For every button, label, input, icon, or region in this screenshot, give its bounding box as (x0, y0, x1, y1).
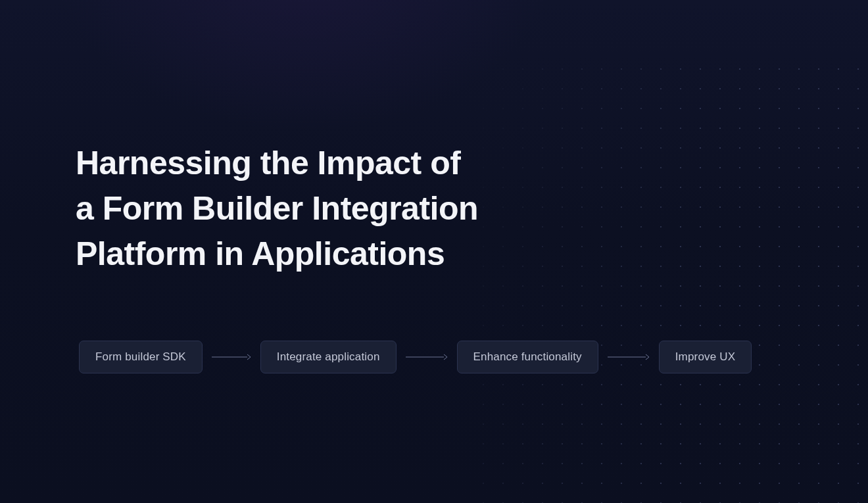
flow-step-label: Form builder SDK (95, 350, 186, 363)
arrow-right-icon (608, 354, 650, 360)
flow-step-label: Integrate application (277, 350, 380, 363)
page-title: Harnessing the Impact of a Form Builder … (76, 141, 478, 277)
process-flow: Form builder SDK Integrate application E… (79, 341, 752, 373)
flow-step: Integrate application (260, 341, 397, 373)
flow-step: Improve UX (659, 341, 752, 373)
dot-grid-decoration (473, 59, 868, 503)
flow-step: Form builder SDK (79, 341, 203, 373)
flow-step-label: Improve UX (675, 350, 735, 363)
flow-step: Enhance functionality (457, 341, 598, 373)
arrow-right-icon (212, 354, 251, 360)
flow-step-label: Enhance functionality (473, 350, 582, 363)
arrow-right-icon (406, 354, 448, 360)
